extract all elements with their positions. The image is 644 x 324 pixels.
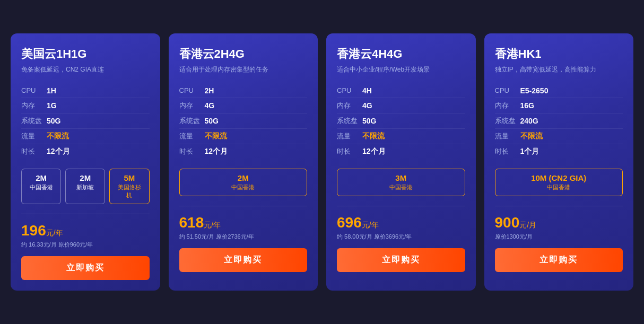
spec-value: 50G — [205, 117, 219, 125]
price-section: 900元/月原价1300元/月 — [495, 214, 623, 241]
price-section: 696元/年约 58.00元/月 原价3696元/年 — [337, 214, 465, 241]
specs-table: CPUE5-2650内存16G系统盘240G流量不限流时长1个月 — [495, 84, 623, 159]
spec-label: CPU — [21, 86, 47, 94]
spec-label: 时长 — [495, 147, 520, 156]
price-detail: 约 58.00元/月 原价3696元/年 — [337, 233, 465, 241]
spec-value: 2H — [205, 86, 214, 95]
spec-label: 系统盘 — [179, 116, 205, 126]
spec-value: 4H — [362, 86, 372, 95]
specs-table: CPU2H内存4G系统盘50G流量不限流时长12个月 — [179, 84, 308, 159]
spec-value: 16G — [520, 101, 534, 110]
spec-row: 时长1个月 — [495, 144, 623, 159]
spec-label: 内存 — [21, 101, 47, 110]
spec-label: 时长 — [21, 147, 47, 156]
spec-label: 流量 — [179, 132, 205, 141]
spec-row: 时长12个月 — [179, 144, 308, 159]
spec-value: 不限流 — [520, 132, 543, 141]
divider — [495, 206, 623, 206]
bandwidth-section: 2M中国香港 — [179, 169, 308, 196]
card-title: 美国云1H1G — [21, 46, 150, 62]
card-title: 香港HK1 — [495, 46, 623, 62]
spec-value: 4G — [205, 101, 215, 110]
card-4: 香港HK1独立IP，高带宽低延迟，高性能算力CPUE5-2650内存16G系统盘… — [484, 33, 634, 291]
spec-row: 流量不限流 — [179, 129, 308, 144]
buy-button[interactable]: 立即购买 — [179, 248, 308, 272]
spec-value: 1G — [47, 101, 57, 110]
specs-table: CPU4H内存4G系统盘50G流量不限流时长12个月 — [337, 84, 465, 159]
card-title: 香港云2H4G — [179, 46, 308, 62]
spec-row: CPUE5-2650 — [495, 84, 623, 98]
spec-label: 流量 — [495, 132, 520, 141]
price-section: 618元/年约 51.50元/月 原价2736元/年 — [179, 214, 308, 241]
spec-label: 流量 — [337, 132, 362, 141]
buy-button[interactable]: 立即购买 — [21, 256, 150, 280]
price-detail: 约 16.33元/月 原价960元/年 — [21, 241, 150, 249]
price-main: 900元/月 — [495, 214, 623, 232]
price-main: 696元/年 — [337, 214, 465, 232]
card-subtitle: 适合中小企业/程序/Web开发场景 — [337, 65, 465, 74]
bandwidth-option[interactable]: 10M (CN2 GIA)中国香港 — [495, 169, 623, 196]
card-2: 香港云2H4G适合用于处理内存密集型的任务CPU2H内存4G系统盘50G流量不限… — [169, 33, 318, 291]
spec-row: 流量不限流 — [21, 129, 150, 144]
spec-row: 系统盘50G — [179, 113, 308, 129]
bandwidth-section: 3M中国香港 — [337, 169, 465, 196]
buy-button[interactable]: 立即购买 — [337, 248, 465, 272]
spec-row: 流量不限流 — [495, 129, 623, 144]
spec-label: 系统盘 — [337, 116, 362, 126]
spec-value: 1H — [47, 86, 56, 95]
spec-row: CPU2H — [179, 84, 308, 98]
spec-label: 内存 — [179, 101, 205, 110]
spec-label: CPU — [337, 86, 362, 94]
spec-row: CPU1H — [21, 84, 150, 98]
spec-value: E5-2650 — [520, 86, 549, 95]
divider — [337, 206, 465, 206]
spec-label: 时长 — [179, 147, 205, 156]
price-main: 618元/年 — [179, 214, 308, 232]
buy-button[interactable]: 立即购买 — [495, 248, 623, 272]
spec-row: 时长12个月 — [21, 144, 150, 159]
spec-value: 不限流 — [362, 132, 385, 141]
spec-row: 内存1G — [21, 98, 150, 113]
spec-value: 12个月 — [205, 147, 228, 156]
spec-label: 系统盘 — [21, 116, 47, 126]
spec-row: 流量不限流 — [337, 129, 465, 144]
spec-label: CPU — [179, 86, 205, 94]
spec-label: 内存 — [337, 101, 362, 110]
card-subtitle: 免备案低延迟，CN2 GIA直连 — [21, 65, 150, 74]
card-title: 香港云4H4G — [337, 46, 465, 62]
spec-row: CPU4H — [337, 84, 465, 98]
bandwidth-option[interactable]: 5M美国洛杉机 — [109, 169, 149, 204]
spec-value: 12个月 — [362, 147, 386, 156]
cards-container: 美国云1H1G免备案低延迟，CN2 GIA直连CPU1H内存1G系统盘50G流量… — [11, 33, 633, 291]
bandwidth-option[interactable]: 2M新加坡 — [65, 169, 105, 204]
spec-label: 时长 — [337, 147, 362, 156]
divider — [21, 214, 150, 214]
spec-value: 不限流 — [47, 132, 69, 141]
spec-value: 50G — [362, 117, 376, 125]
specs-table: CPU1H内存1G系统盘50G流量不限流时长12个月 — [21, 84, 150, 159]
divider — [179, 206, 308, 206]
spec-row: 系统盘50G — [21, 113, 150, 129]
spec-value: 1个月 — [520, 147, 539, 156]
spec-label: 内存 — [495, 101, 520, 110]
bandwidth-option[interactable]: 2M中国香港 — [179, 169, 308, 196]
bandwidth-section: 2M中国香港2M新加坡5M美国洛杉机 — [21, 169, 150, 204]
spec-row: 系统盘240G — [495, 113, 623, 129]
price-main: 196元/年 — [21, 222, 150, 240]
spec-row: 时长12个月 — [337, 144, 465, 159]
card-1: 美国云1H1G免备案低延迟，CN2 GIA直连CPU1H内存1G系统盘50G流量… — [11, 33, 160, 291]
spec-value: 12个月 — [47, 147, 70, 156]
spec-row: 内存4G — [337, 98, 465, 113]
spec-row: 内存4G — [179, 98, 308, 113]
price-detail: 原价1300元/月 — [495, 233, 623, 241]
bandwidth-option[interactable]: 2M中国香港 — [21, 169, 61, 204]
card-3: 香港云4H4G适合中小企业/程序/Web开发场景CPU4H内存4G系统盘50G流… — [326, 33, 476, 291]
bandwidth-option[interactable]: 3M中国香港 — [337, 169, 465, 196]
card-subtitle: 独立IP，高带宽低延迟，高性能算力 — [495, 65, 623, 74]
price-section: 196元/年约 16.33元/月 原价960元/年 — [21, 222, 150, 249]
bandwidth-section: 10M (CN2 GIA)中国香港 — [495, 169, 623, 196]
spec-value: 50G — [47, 117, 60, 125]
spec-value: 不限流 — [205, 132, 227, 141]
spec-label: CPU — [495, 86, 520, 94]
card-subtitle: 适合用于处理内存密集型的任务 — [179, 65, 308, 74]
